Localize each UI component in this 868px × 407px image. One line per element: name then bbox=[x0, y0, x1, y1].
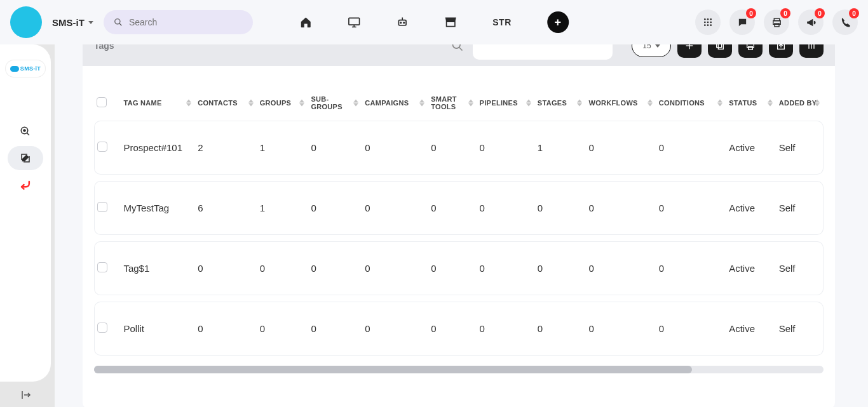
cell-checkbox[interactable] bbox=[94, 181, 121, 235]
cell-stages: 0 bbox=[535, 302, 587, 356]
svg-rect-2 bbox=[349, 18, 360, 25]
svg-point-10 bbox=[707, 18, 709, 20]
cell-workflows: 0 bbox=[586, 241, 656, 295]
add-button[interactable]: + bbox=[547, 11, 569, 33]
svg-point-7 bbox=[403, 22, 405, 23]
cell-added-by: Self bbox=[776, 181, 824, 235]
cell-pipelines: 0 bbox=[477, 302, 535, 356]
svg-point-9 bbox=[704, 18, 706, 20]
cell-smart-tools: 0 bbox=[428, 121, 477, 175]
col-workflows[interactable]: WORKFLOWS bbox=[586, 91, 656, 114]
table-row[interactable]: Pollit000000000ActiveSelf bbox=[94, 302, 824, 356]
chat-button[interactable]: 0 bbox=[729, 10, 755, 35]
chat-icon bbox=[737, 17, 748, 28]
cell-status: Active bbox=[726, 241, 776, 295]
nav-str[interactable]: STR bbox=[492, 17, 512, 27]
announce-button[interactable]: 0 bbox=[798, 10, 824, 35]
cell-groups: 0 bbox=[257, 241, 309, 295]
checkbox-icon bbox=[97, 262, 107, 272]
global-search[interactable] bbox=[104, 10, 253, 34]
expand-sidebar-button[interactable] bbox=[20, 389, 32, 401]
sort-icon bbox=[248, 100, 254, 107]
sort-icon bbox=[468, 100, 473, 107]
cell-pipelines: 0 bbox=[477, 181, 535, 235]
left-sidebar-inner: SMS-iT bbox=[0, 44, 51, 382]
cell-checkbox[interactable] bbox=[94, 121, 121, 175]
top-bar: SMS-iT STR + 0 0 0 0 bbox=[0, 0, 868, 44]
cell-groups: 1 bbox=[257, 181, 309, 235]
cell-contacts: 0 bbox=[195, 302, 257, 356]
col-smart-tools[interactable]: SMART TOOLS bbox=[428, 91, 477, 114]
magnifier-chat-icon bbox=[20, 126, 31, 137]
announce-badge: 0 bbox=[815, 8, 825, 18]
cell-checkbox[interactable] bbox=[94, 302, 121, 356]
col-campaigns[interactable]: CAMPAIGNS bbox=[362, 91, 428, 114]
apps-grid-button[interactable] bbox=[695, 10, 721, 35]
sms-it-logo-icon: SMS-iT bbox=[10, 65, 41, 72]
cell-conditions: 0 bbox=[656, 302, 726, 356]
horizontal-scrollbar[interactable] bbox=[94, 366, 824, 373]
print-button[interactable]: 0 bbox=[764, 10, 789, 35]
cell-contacts: 6 bbox=[195, 181, 257, 235]
apps-grid-icon bbox=[703, 17, 713, 27]
sidebar-item-inspect[interactable] bbox=[16, 122, 35, 141]
svg-rect-28 bbox=[718, 44, 723, 49]
checkbox-icon bbox=[97, 142, 107, 152]
svg-point-13 bbox=[707, 22, 709, 23]
col-tag-name[interactable]: TAG NAME bbox=[121, 91, 195, 114]
cell-contacts: 0 bbox=[195, 241, 257, 295]
checkbox-icon bbox=[97, 202, 107, 212]
home-icon[interactable] bbox=[299, 16, 312, 29]
cell-checkbox[interactable] bbox=[94, 241, 121, 295]
col-contacts[interactable]: CONTACTS bbox=[195, 91, 257, 114]
cell-sub-groups: 0 bbox=[308, 181, 362, 235]
col-groups[interactable]: GROUPS bbox=[257, 91, 309, 114]
cell-added-by: Self bbox=[776, 241, 824, 295]
robot-icon[interactable] bbox=[396, 16, 409, 29]
cell-pipelines: 0 bbox=[477, 241, 535, 295]
search-input[interactable] bbox=[129, 17, 243, 27]
sort-icon bbox=[353, 100, 358, 107]
col-pipelines[interactable]: PIPELINES bbox=[477, 91, 535, 114]
cell-status: Active bbox=[726, 302, 776, 356]
chevron-down-icon bbox=[88, 21, 93, 24]
col-conditions[interactable]: CONDITIONS bbox=[656, 91, 726, 114]
print-badge: 0 bbox=[780, 8, 790, 18]
cell-status: Active bbox=[726, 121, 776, 175]
svg-point-12 bbox=[704, 22, 706, 23]
svg-point-16 bbox=[707, 24, 709, 26]
col-checkbox[interactable] bbox=[94, 91, 121, 114]
svg-point-15 bbox=[704, 24, 706, 26]
sort-icon bbox=[419, 100, 424, 107]
table-row[interactable]: Tag$1000000000ActiveSelf bbox=[94, 241, 824, 295]
cell-added-by: Self bbox=[776, 121, 824, 175]
table-card: TAG NAME CONTACTS GROUPS SUB-GROUPS CAMP… bbox=[83, 66, 835, 407]
cell-smart-tools: 0 bbox=[428, 181, 477, 235]
checkbox-icon bbox=[97, 323, 107, 333]
tags-table: TAG NAME CONTACTS GROUPS SUB-GROUPS CAMP… bbox=[94, 85, 824, 362]
col-stages[interactable]: STAGES bbox=[535, 91, 587, 114]
sidebar-item-edit[interactable] bbox=[8, 146, 43, 170]
cell-smart-tools: 0 bbox=[428, 302, 477, 356]
col-added-by[interactable]: ADDED BY bbox=[776, 91, 824, 114]
store-icon[interactable] bbox=[444, 16, 457, 29]
svg-point-6 bbox=[400, 22, 402, 23]
cell-campaigns: 0 bbox=[362, 302, 428, 356]
left-sidebar: SMS-iT bbox=[0, 44, 55, 407]
table-row[interactable]: MyTestTag610000000ActiveSelf bbox=[94, 181, 824, 235]
cell-campaigns: 0 bbox=[362, 181, 428, 235]
avatar[interactable] bbox=[10, 6, 42, 38]
monitor-icon[interactable] bbox=[348, 16, 360, 29]
scrollbar-thumb[interactable] bbox=[94, 366, 692, 373]
table-row[interactable]: Prospect#101210000100ActiveSelf bbox=[94, 121, 824, 175]
col-sub-groups[interactable]: SUB-GROUPS bbox=[308, 91, 362, 114]
sidebar-item-return[interactable] bbox=[16, 175, 35, 194]
printer-icon bbox=[771, 17, 782, 28]
cell-stages: 0 bbox=[535, 241, 587, 295]
col-status[interactable]: STATUS bbox=[726, 91, 776, 114]
phone-button[interactable]: 0 bbox=[832, 10, 858, 35]
workspace-switcher[interactable]: SMS-iT bbox=[52, 17, 93, 28]
sidebar-logo[interactable]: SMS-iT bbox=[5, 60, 46, 77]
cell-tag-name: Pollit bbox=[121, 302, 195, 356]
megaphone-icon bbox=[806, 17, 817, 28]
